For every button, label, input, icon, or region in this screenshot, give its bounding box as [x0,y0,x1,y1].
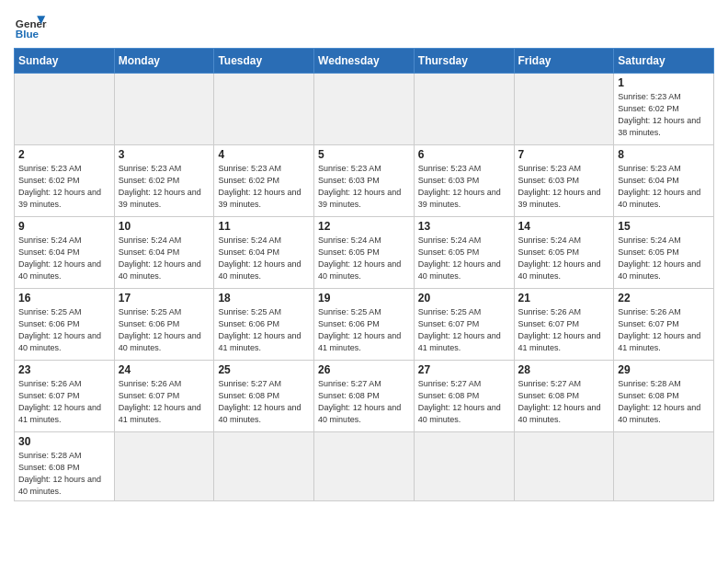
calendar-cell: 17Sunrise: 5:25 AMSunset: 6:06 PMDayligh… [114,289,214,361]
day-number: 18 [218,292,310,304]
day-number: 5 [318,148,410,161]
day-number: 29 [618,363,710,376]
calendar-cell: 19Sunrise: 5:25 AMSunset: 6:06 PMDayligh… [314,289,415,361]
calendar-cell [414,74,514,145]
calendar-cell [514,74,614,145]
week-row: 9Sunrise: 5:24 AMSunset: 6:04 PMDaylight… [15,217,714,289]
sun-info: Sunrise: 5:24 AMSunset: 6:04 PMDaylight:… [119,235,210,282]
day-header-sunday: Sunday [15,49,115,74]
calendar-cell: 18Sunrise: 5:25 AMSunset: 6:06 PMDayligh… [214,289,314,361]
day-header-wednesday: Wednesday [314,49,415,74]
sun-info: Sunrise: 5:24 AMSunset: 6:05 PMDaylight:… [518,235,610,282]
day-number: 6 [418,148,510,161]
week-row: 16Sunrise: 5:25 AMSunset: 6:06 PMDayligh… [15,289,714,361]
day-number: 19 [318,292,410,304]
calendar-cell: 7Sunrise: 5:23 AMSunset: 6:03 PMDaylight… [514,145,614,217]
day-number: 25 [218,363,310,376]
sun-info: Sunrise: 5:24 AMSunset: 6:05 PMDaylight:… [418,235,510,282]
day-header-monday: Monday [114,49,214,74]
calendar-cell: 26Sunrise: 5:27 AMSunset: 6:08 PMDayligh… [314,361,415,432]
calendar-cell [614,432,714,501]
week-row: 23Sunrise: 5:26 AMSunset: 6:07 PMDayligh… [15,361,714,432]
sun-info: Sunrise: 5:25 AMSunset: 6:06 PMDaylight:… [119,306,210,354]
calendar-cell [514,432,614,501]
sun-info: Sunrise: 5:26 AMSunset: 6:07 PMDaylight:… [18,378,110,426]
calendar-cell: 11Sunrise: 5:24 AMSunset: 6:04 PMDayligh… [214,217,314,289]
header: General Blue [14,9,714,42]
week-row: 2Sunrise: 5:23 AMSunset: 6:02 PMDaylight… [15,145,714,217]
day-number: 11 [218,220,310,233]
sun-info: Sunrise: 5:27 AMSunset: 6:08 PMDaylight:… [418,378,510,426]
calendar-cell [214,432,314,501]
calendar-table: SundayMondayTuesdayWednesdayThursdayFrid… [14,48,714,501]
day-number: 7 [518,148,610,161]
calendar-cell [114,432,214,501]
calendar-cell: 24Sunrise: 5:26 AMSunset: 6:07 PMDayligh… [114,361,214,432]
day-number: 30 [18,435,110,448]
sun-info: Sunrise: 5:26 AMSunset: 6:07 PMDaylight:… [518,306,610,354]
day-number: 16 [18,292,110,304]
day-header-tuesday: Tuesday [214,49,314,74]
calendar-cell: 15Sunrise: 5:24 AMSunset: 6:05 PMDayligh… [614,217,714,289]
calendar-cell: 16Sunrise: 5:25 AMSunset: 6:06 PMDayligh… [15,289,115,361]
sun-info: Sunrise: 5:28 AMSunset: 6:08 PMDaylight:… [18,450,110,498]
sun-info: Sunrise: 5:25 AMSunset: 6:06 PMDaylight:… [18,306,110,354]
day-header-saturday: Saturday [614,49,714,74]
calendar-cell: 5Sunrise: 5:23 AMSunset: 6:03 PMDaylight… [314,145,415,217]
day-number: 15 [618,220,710,233]
calendar-cell: 25Sunrise: 5:27 AMSunset: 6:08 PMDayligh… [214,361,314,432]
calendar-cell [414,432,514,501]
calendar-cell: 4Sunrise: 5:23 AMSunset: 6:02 PMDaylight… [214,145,314,217]
day-number: 21 [518,292,610,304]
sun-info: Sunrise: 5:24 AMSunset: 6:04 PMDaylight:… [18,235,110,282]
calendar-cell [314,432,415,501]
logo-icon: General Blue [14,9,47,42]
sun-info: Sunrise: 5:25 AMSunset: 6:07 PMDaylight:… [418,306,510,354]
calendar-cell: 3Sunrise: 5:23 AMSunset: 6:02 PMDaylight… [114,145,214,217]
sun-info: Sunrise: 5:25 AMSunset: 6:06 PMDaylight:… [218,306,310,354]
sun-info: Sunrise: 5:27 AMSunset: 6:08 PMDaylight:… [318,378,410,426]
day-number: 1 [618,76,710,89]
day-number: 3 [119,148,210,161]
day-number: 9 [18,220,110,233]
calendar-cell: 20Sunrise: 5:25 AMSunset: 6:07 PMDayligh… [414,289,514,361]
week-row: 30Sunrise: 5:28 AMSunset: 6:08 PMDayligh… [15,432,714,501]
day-number: 4 [218,148,310,161]
sun-info: Sunrise: 5:23 AMSunset: 6:02 PMDaylight:… [218,163,310,211]
calendar-cell: 6Sunrise: 5:23 AMSunset: 6:03 PMDaylight… [414,145,514,217]
day-header-thursday: Thursday [414,49,514,74]
calendar-cell: 1Sunrise: 5:23 AMSunset: 6:02 PMDaylight… [614,74,714,145]
day-number: 26 [318,363,410,376]
logo: General Blue [14,9,51,42]
day-number: 8 [618,148,710,161]
calendar-cell: 12Sunrise: 5:24 AMSunset: 6:05 PMDayligh… [314,217,415,289]
svg-text:Blue: Blue [16,28,40,40]
day-number: 28 [518,363,610,376]
sun-info: Sunrise: 5:23 AMSunset: 6:03 PMDaylight:… [518,163,610,211]
sun-info: Sunrise: 5:23 AMSunset: 6:02 PMDaylight:… [18,163,110,211]
sun-info: Sunrise: 5:26 AMSunset: 6:07 PMDaylight:… [119,378,210,426]
calendar-cell: 14Sunrise: 5:24 AMSunset: 6:05 PMDayligh… [514,217,614,289]
sun-info: Sunrise: 5:25 AMSunset: 6:06 PMDaylight:… [318,306,410,354]
sun-info: Sunrise: 5:23 AMSunset: 6:02 PMDaylight:… [119,163,210,211]
calendar-cell: 21Sunrise: 5:26 AMSunset: 6:07 PMDayligh… [514,289,614,361]
day-number: 17 [119,292,210,304]
calendar-cell: 9Sunrise: 5:24 AMSunset: 6:04 PMDaylight… [15,217,115,289]
calendar-cell: 13Sunrise: 5:24 AMSunset: 6:05 PMDayligh… [414,217,514,289]
sun-info: Sunrise: 5:23 AMSunset: 6:02 PMDaylight:… [618,91,710,139]
sun-info: Sunrise: 5:26 AMSunset: 6:07 PMDaylight:… [618,306,710,354]
calendar-cell: 2Sunrise: 5:23 AMSunset: 6:02 PMDaylight… [15,145,115,217]
sun-info: Sunrise: 5:24 AMSunset: 6:05 PMDaylight:… [318,235,410,282]
header-row: SundayMondayTuesdayWednesdayThursdayFrid… [15,49,714,74]
sun-info: Sunrise: 5:23 AMSunset: 6:04 PMDaylight:… [618,163,710,211]
sun-info: Sunrise: 5:23 AMSunset: 6:03 PMDaylight:… [418,163,510,211]
calendar-cell [214,74,314,145]
week-row: 1Sunrise: 5:23 AMSunset: 6:02 PMDaylight… [15,74,714,145]
day-number: 27 [418,363,510,376]
calendar-cell: 27Sunrise: 5:27 AMSunset: 6:08 PMDayligh… [414,361,514,432]
day-number: 23 [18,363,110,376]
calendar-cell: 28Sunrise: 5:27 AMSunset: 6:08 PMDayligh… [514,361,614,432]
day-number: 10 [119,220,210,233]
calendar-cell: 23Sunrise: 5:26 AMSunset: 6:07 PMDayligh… [15,361,115,432]
sun-info: Sunrise: 5:27 AMSunset: 6:08 PMDaylight:… [218,378,310,426]
